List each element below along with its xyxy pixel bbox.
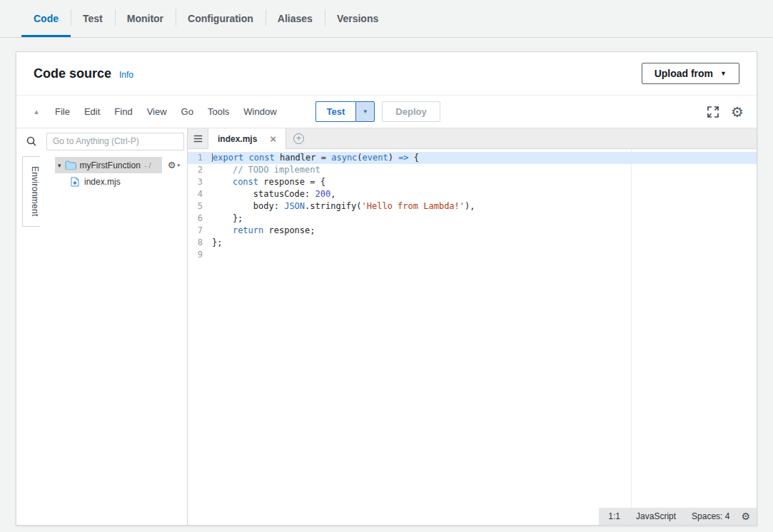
deploy-button[interactable]: Deploy [382,101,440,122]
code-source-panel: Code source Info Upload from ▼ ▲ File Ed… [16,51,757,526]
menu-window[interactable]: Window [236,106,283,117]
search-icon [26,135,37,147]
tab-list-icon[interactable] [188,128,208,148]
workspace: Environment ▾ myFirstFunc [16,128,757,525]
editor-statusbar: 1:1 JavaScript Spaces: 4 ⚙ [599,508,757,525]
menu-tools[interactable]: Tools [201,106,236,117]
tab-test[interactable]: Test [71,0,115,37]
tab-configuration[interactable]: Configuration [176,0,266,37]
tab-aliases[interactable]: Aliases [266,0,325,37]
menu-find[interactable]: Find [107,106,139,117]
environment-tab[interactable]: Environment [22,156,40,227]
line-number: 5 [188,200,210,213]
sidebar-search-row [16,128,187,154]
menu-edit[interactable]: Edit [77,106,107,117]
chevron-down-icon: ▼ [720,70,727,77]
line-number: 7 [188,225,210,237]
tab-versions[interactable]: Versions [325,0,390,37]
code-lines: 1export const handler = async(event) => … [188,149,757,261]
folder-label: myFirstFunction [80,160,141,170]
menu-view[interactable]: View [140,106,174,117]
code-line[interactable]: 8}; [188,237,757,249]
sidebar: Environment ▾ myFirstFunc [16,128,188,525]
tree-item-folder[interactable]: ▾ myFirstFunction - / ⚙▾ [46,157,187,173]
editor-tab-index-mjs[interactable]: index.mjs × [208,128,286,149]
line-number: 3 [188,176,210,188]
lambda-console-page: Code Test Monitor Configuration Aliases … [0,0,773,526]
upload-from-label: Upload from [655,68,713,79]
tab-monitor[interactable]: Monitor [115,0,176,37]
code-line[interactable]: 6 }; [188,213,757,225]
test-split-button: Test ▼ [315,101,375,122]
editor-settings-gear-icon[interactable]: ⚙ [731,105,744,119]
test-button[interactable]: Test [315,101,356,122]
function-tabs: Code Test Monitor Configuration Aliases … [0,0,773,38]
code-line[interactable]: 4 statusCode: 200, [188,188,757,200]
page-title: Code source [34,66,111,81]
info-link[interactable]: Info [119,70,133,80]
caret-down-icon[interactable]: ▾ [58,162,61,169]
tree-item-file[interactable]: index.mjs [46,173,187,190]
code-line[interactable]: 3 const response = { [188,176,757,188]
editor-column: index.mjs × + 1export const handler = as… [188,128,757,525]
code-editor[interactable]: 1export const handler = async(event) => … [188,149,757,525]
file-label: index.mjs [84,177,121,187]
file-tree: ▾ myFirstFunction - / ⚙▾ [46,154,187,525]
collapse-pane-icon[interactable]: ▲ [25,108,48,116]
spaces-setting[interactable]: Spaces: 4 [684,511,737,521]
line-number: 2 [188,164,210,176]
code-line[interactable]: 2 // TODO implement [188,164,757,176]
goto-anything-input[interactable] [46,133,184,150]
folder-path-suffix: - / [144,161,151,170]
line-number: 8 [188,237,210,249]
line-number: 4 [188,188,210,200]
toolbar-right: ⚙ [707,105,749,119]
line-number: 9 [188,249,210,261]
line-number: 6 [188,213,210,225]
editor-menubar: ▲ File Edit Find View Go Tools Window Te… [16,95,757,128]
tree-folder-selected[interactable]: ▾ myFirstFunction - / [55,157,162,173]
statusbar-gear-icon[interactable]: ⚙ [737,511,750,521]
search-button[interactable] [16,135,46,147]
menu-file[interactable]: File [48,106,77,117]
tab-code[interactable]: Code [21,0,71,37]
chevron-down-icon: ▼ [363,108,368,115]
code-line[interactable]: 1export const handler = async(event) => … [188,152,757,164]
close-tab-icon[interactable]: × [270,133,276,144]
cursor-position[interactable]: 1:1 [600,511,628,521]
language-mode[interactable]: JavaScript [628,511,684,521]
js-file-icon [71,177,79,187]
side-tab-strip: Environment [16,154,46,525]
code-line[interactable]: 5 body: JSON.stringify('Hello from Lambd… [188,200,757,213]
folder-settings-gear-icon[interactable]: ⚙▾ [162,160,187,170]
fullscreen-icon[interactable] [707,106,719,118]
folder-icon [65,160,76,170]
editor-tab-label: index.mjs [218,134,257,144]
test-dropdown-button[interactable]: ▼ [355,101,375,122]
panel-header: Code source Info Upload from ▼ [16,52,757,95]
code-line[interactable]: 9 [188,249,757,261]
upload-from-button[interactable]: Upload from ▼ [642,63,739,84]
new-tab-icon[interactable]: + [293,133,304,144]
code-line[interactable]: 7 return response; [188,225,757,237]
editor-tabbar: index.mjs × + [188,128,757,149]
menu-go[interactable]: Go [174,106,201,117]
line-number: 1 [188,152,210,164]
